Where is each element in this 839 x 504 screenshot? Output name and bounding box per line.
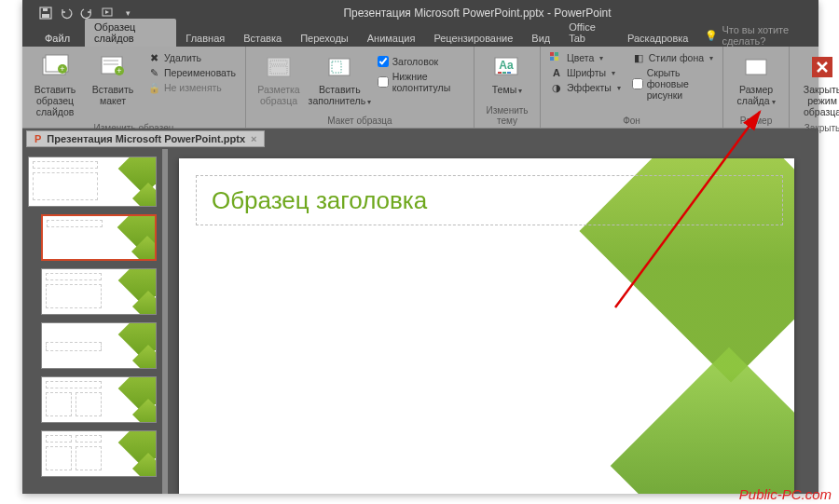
tab-review[interactable]: Рецензирование	[424, 30, 522, 47]
close-icon	[807, 52, 837, 82]
title-placeholder[interactable]: Образец заголовка	[196, 175, 783, 225]
colors-icon	[550, 51, 563, 64]
tell-me-label: Что вы хотите сделать?	[722, 24, 818, 47]
title-placeholder-text: Образец заголовка	[212, 186, 427, 215]
layout-thumbnail-3[interactable]	[41, 322, 157, 369]
insert-layout-button[interactable]: + Вставить макет	[86, 48, 140, 110]
insert-layout-label: Вставить макет	[92, 84, 134, 106]
svg-rect-2	[43, 8, 48, 11]
work-area: Образец заголовка	[22, 149, 818, 494]
group-background: Цвета AШрифты ◑Эффекты ◧Стили фона Скрыт…	[541, 47, 723, 128]
themes-button[interactable]: Aa Темы	[480, 48, 534, 99]
tab-storyboarding[interactable]: Раскадровка	[618, 30, 697, 47]
tab-home[interactable]: Главная	[176, 30, 234, 47]
lightbulb-icon: 💡	[705, 30, 718, 42]
powerpoint-file-icon: P	[34, 133, 41, 144]
group-edit-master: + Вставить образец слайдов + Вставить ма…	[22, 47, 246, 128]
themes-icon: Aa	[492, 52, 522, 82]
group-size: Размер слайда Размер	[723, 47, 790, 128]
slide-size-label: Размер слайда	[737, 84, 776, 106]
layout-thumbnail-4[interactable]	[41, 376, 157, 423]
effects-button[interactable]: ◑Эффекты	[550, 80, 621, 95]
fonts-icon: A	[550, 66, 563, 79]
effects-icon: ◑	[550, 81, 563, 94]
slide-decoration	[611, 347, 794, 494]
title-checkbox[interactable]: Заголовок	[378, 54, 464, 69]
insert-layout-icon: +	[98, 52, 128, 82]
layout-thumbnail-1[interactable]	[41, 214, 157, 261]
group-edit-theme: Aa Темы Изменить тему	[475, 47, 541, 128]
svg-rect-1	[42, 14, 49, 18]
fonts-button[interactable]: AШрифты	[550, 65, 621, 80]
close-tab-icon[interactable]: ×	[251, 133, 256, 144]
svg-rect-21	[502, 72, 506, 74]
slide-size-button[interactable]: Размер слайда	[729, 48, 783, 110]
insert-placeholder-button[interactable]: Вставить заполнитель	[309, 48, 370, 110]
insert-slide-master-label: Вставить образец слайдов	[34, 84, 76, 117]
svg-rect-24	[555, 52, 558, 56]
slide-editor: Образец заголовка	[168, 149, 818, 494]
group-size-label: Размер	[729, 114, 783, 128]
hide-bg-checkbox[interactable]: Скрыть фоновые рисунки	[632, 65, 713, 102]
placeholder-icon	[324, 52, 354, 82]
master-layout-button: Разметка образца	[252, 48, 306, 110]
tab-transitions[interactable]: Переходы	[291, 30, 358, 47]
svg-text:Aa: Aa	[499, 59, 514, 72]
slide-size-icon	[741, 52, 771, 82]
svg-rect-23	[550, 52, 554, 56]
insert-placeholder-label: Вставить заполнитель	[309, 84, 372, 106]
tab-slide-master[interactable]: Образец слайдов	[85, 19, 176, 47]
slide-master-icon: +	[40, 52, 70, 82]
watermark: Public-PC.com	[739, 486, 832, 502]
thumbnail-pane[interactable]	[22, 149, 162, 494]
layout-thumbnail-5[interactable]	[41, 430, 157, 477]
app-window: ▾ Презентация Microsoft PowerPoint.pptx …	[22, 0, 818, 494]
close-master-label: Закрыть режим образца	[801, 84, 839, 117]
slide-canvas[interactable]: Образец заголовка	[179, 158, 794, 494]
ribbon: + Вставить образец слайдов + Вставить ма…	[22, 47, 818, 129]
svg-rect-22	[507, 72, 511, 74]
master-layout-label: Разметка образца	[257, 84, 299, 106]
document-tab-label: Презентация Microsoft PowerPoint.pptx	[47, 133, 245, 144]
svg-rect-27	[746, 60, 766, 75]
delete-icon: ✖	[147, 51, 160, 64]
svg-text:+: +	[60, 64, 64, 74]
group-edit-theme-label: Изменить тему	[480, 103, 534, 128]
close-master-view-button[interactable]: Закрыть режим образца	[795, 48, 839, 121]
lock-icon: 🔒	[147, 81, 160, 94]
footers-checkbox[interactable]: Нижние колонтитулы	[378, 69, 464, 95]
tab-office-tab[interactable]: Office Tab	[559, 19, 618, 47]
master-layout-icon	[264, 52, 294, 82]
group-master-layout-label: Макет образца	[252, 114, 468, 128]
svg-rect-26	[555, 57, 558, 61]
insert-slide-master-button[interactable]: + Вставить образец слайдов	[28, 48, 82, 121]
group-background-label: Фон	[546, 114, 717, 128]
group-close: Закрыть режим образца Закрыть	[790, 47, 839, 128]
group-master-layout: Разметка образца Вставить заполнитель За…	[246, 47, 475, 128]
preserve-button[interactable]: 🔒Не изменять	[147, 80, 236, 95]
tab-insert[interactable]: Вставка	[234, 30, 291, 47]
document-tab[interactable]: P Презентация Microsoft PowerPoint.pptx …	[26, 130, 265, 147]
undo-icon[interactable]	[58, 5, 75, 21]
layout-thumbnail-2[interactable]	[41, 268, 157, 315]
save-icon[interactable]	[37, 5, 54, 21]
delete-button[interactable]: ✖Удалить	[147, 50, 236, 65]
ribbon-tabs: Файл Образец слайдов Главная Вставка Пер…	[22, 26, 818, 47]
rename-button[interactable]: ✎Переименовать	[147, 65, 236, 80]
tab-file[interactable]: Файл	[30, 30, 85, 47]
background-styles-button[interactable]: ◧Стили фона	[632, 50, 713, 65]
themes-label: Темы	[492, 84, 522, 95]
bg-styles-icon: ◧	[632, 51, 645, 64]
group-close-label: Закрыть	[795, 121, 839, 135]
tab-animation[interactable]: Анимация	[358, 30, 425, 47]
tell-me-search[interactable]: 💡 Что вы хотите сделать?	[705, 24, 818, 47]
colors-button[interactable]: Цвета	[550, 50, 621, 65]
svg-rect-25	[550, 57, 554, 61]
window-title: Презентация Microsoft PowerPoint.pptx - …	[136, 7, 818, 20]
svg-rect-20	[498, 72, 502, 74]
tab-view[interactable]: Вид	[522, 30, 559, 47]
master-thumbnail[interactable]	[28, 157, 157, 207]
document-tab-bar: P Презентация Microsoft PowerPoint.pptx …	[22, 129, 818, 149]
rename-icon: ✎	[147, 66, 160, 79]
svg-text:+: +	[117, 66, 121, 75]
